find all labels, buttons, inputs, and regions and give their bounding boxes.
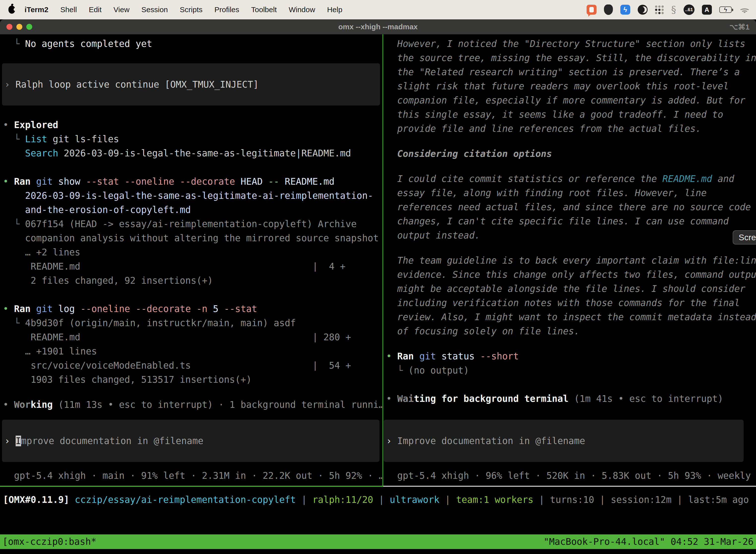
menu-toolbelt[interactable]: Toolbelt: [245, 5, 283, 14]
term-line: └ No agents completed yet: [3, 37, 382, 51]
crescent-app-icon[interactable]: [638, 5, 648, 15]
percent-badge-icon[interactable]: ..61: [684, 4, 694, 15]
command-line: • Ran git log --oneline --decorate -n 5 …: [3, 302, 382, 316]
menu-scripts[interactable]: Scripts: [174, 5, 208, 14]
left-prompt-cluster: › Improve documentation in @filename gpt…: [0, 420, 382, 486]
waiting-status-line: • Waiting for background terminal (1m 41…: [386, 392, 756, 406]
menu-view[interactable]: View: [108, 5, 135, 14]
a-badge-icon[interactable]: A: [702, 5, 712, 15]
term-line: I could cite commit statistics or refere…: [386, 172, 756, 186]
term-line: [386, 136, 756, 147]
screen-record-icon[interactable]: [586, 5, 596, 15]
term-line: [386, 338, 756, 349]
macos-menu-bar: iTerm2 Shell Edit View Session Scripts P…: [0, 0, 756, 19]
prompt-input-box[interactable]: › Improve documentation in @filename: [384, 420, 744, 462]
term-line: companion analysis without altering the …: [3, 231, 382, 245]
screen-share-overlay[interactable]: Scre: [733, 230, 756, 244]
apple-menu-icon[interactable]: [8, 6, 15, 14]
term-line: provide file and line references from th…: [386, 122, 756, 136]
term-line: output instead.: [386, 228, 756, 242]
term-line: [3, 387, 382, 398]
term-line: including verification notes with those …: [386, 296, 756, 310]
left-terminal-pane[interactable]: └ No agents completed yet › Ralph loop a…: [0, 34, 383, 487]
tmux-host-clock: "MacBook-Pro-44.local" 04:52 31-Mar-26: [544, 536, 754, 547]
tmux-status-bar: [omx-cczip0:bash* "MacBook-Pro-44.local"…: [0, 535, 756, 549]
term-line: references need actual files, and since …: [386, 200, 756, 214]
menu-profiles[interactable]: Profiles: [208, 5, 245, 14]
term-line: [386, 161, 756, 172]
term-line: src/voice/voiceModeEnabled.ts | 54 +: [3, 358, 382, 373]
menu-window[interactable]: Window: [283, 5, 321, 14]
menu-shell[interactable]: Shell: [54, 5, 83, 14]
terminal-content: └ No agents completed yet › Ralph loop a…: [0, 34, 756, 554]
term-line: evidence. Since this change only affects…: [386, 268, 756, 282]
omx-status-line: [OMX#0.11.9] cczip/essay/ai-reimplementa…: [3, 493, 756, 507]
term-line: slight risk that future readers may over…: [386, 79, 756, 93]
term-line: [3, 288, 382, 302]
term-line: … +2 lines: [3, 245, 382, 259]
omx-status-strip: [OMX#0.11.9] cczip/essay/ai-reimplementa…: [0, 487, 756, 535]
term-line: changes, I can't cite specific file line…: [386, 214, 756, 228]
command-line: • Ran git status --short: [386, 349, 756, 364]
working-status-line: • Working (11m 13s • esc to interrupt) ·…: [3, 398, 382, 412]
dots-grid-icon[interactable]: [655, 5, 664, 14]
lightning-app-icon[interactable]: ϟ: [620, 5, 630, 15]
window-title-bar: omx --xhigh --madmax ⌥⌘1: [0, 19, 756, 34]
term-line: The team guideline is to back every impo…: [386, 254, 756, 268]
term-line: and-the-erosion-of-copyleft.md: [3, 203, 382, 217]
term-line: of focusing solely on file lines.: [386, 324, 756, 338]
term-line: [3, 160, 382, 174]
term-line: [386, 242, 756, 254]
tmux-session-label[interactable]: [omx-cczip0:bash*: [2, 536, 97, 547]
right-terminal-pane[interactable]: However, I noticed the "Directory Struct…: [383, 34, 756, 487]
term-line: … +1901 lines: [3, 344, 382, 358]
thinking-heading: Considering citation options: [386, 147, 756, 161]
term-line: └ List git ls-files: [3, 132, 382, 146]
explored-header: • Explored: [3, 118, 382, 132]
ralph-loop-box: › Ralph loop active continue [OMX_TMUX_I…: [2, 63, 380, 106]
term-line: └ 067f154 (HEAD -> essay/ai-reimplementa…: [3, 217, 382, 231]
screen-share-label: Scre: [739, 233, 756, 242]
model-status-line: gpt-5.4 xhigh · main · 91% left · 2.31M …: [3, 468, 382, 483]
squiggle-icon[interactable]: §: [671, 4, 676, 15]
term-line: the source tree, missing the essay. Stil…: [386, 51, 756, 65]
term-line: Search 2026-03-09-is-legal-the-same-as-l…: [3, 146, 382, 160]
command-line: • Ran git show --stat --oneline --decora…: [3, 174, 382, 189]
prompt-input-line: › Improve documentation in @filename: [386, 434, 585, 448]
term-line: companion file, especially if more comme…: [386, 93, 756, 107]
shield-grid-icon[interactable]: [604, 4, 613, 15]
term-line: essay file, along with finding root file…: [386, 186, 756, 200]
term-line: However, I noticed the "Directory Struct…: [386, 37, 756, 51]
prompt-input-box[interactable]: › Improve documentation in @filename: [2, 420, 379, 462]
battery-icon[interactable]: ϟ: [719, 6, 732, 13]
term-line: 1903 files changed, 513517 insertions(+): [3, 373, 382, 387]
term-line: review. Also, I might want to inspect th…: [386, 310, 756, 324]
term-line: └ 4b9d30f (origin/main, instructkr/main,…: [3, 316, 382, 330]
term-line: README.md | 280 +: [3, 330, 382, 344]
term-line: 2 files changed, 92 insertions(+): [3, 274, 382, 288]
prompt-input-line: › Improve documentation in @filename: [4, 434, 203, 448]
model-status-line: gpt-5.4 xhigh · 96% left · 520K in · 5.8…: [386, 468, 756, 483]
term-line: └ (no output): [386, 364, 756, 378]
wifi-icon[interactable]: [739, 5, 750, 14]
term-line: [386, 378, 756, 392]
menu-help[interactable]: Help: [321, 5, 349, 14]
menubar-status-icons: ϟ § ..61 A ϟ: [586, 4, 750, 15]
term-line: this single essay, it seems like a good …: [386, 107, 756, 122]
ralph-loop-line: › Ralph loop active continue [OMX_TMUX_I…: [4, 77, 259, 92]
term-line: the "Related research writing" section i…: [386, 65, 756, 79]
window-title: omx --xhigh --madmax: [0, 22, 756, 31]
menu-edit[interactable]: Edit: [83, 5, 108, 14]
menu-iterm2[interactable]: iTerm2: [19, 5, 54, 14]
term-line: README.md | 4 +: [3, 259, 382, 274]
term-line: might be acceptable alongside the file l…: [386, 282, 756, 296]
right-prompt-cluster: › Improve documentation in @filename gpt…: [383, 420, 756, 486]
menu-session[interactable]: Session: [135, 5, 174, 14]
term-line: 2026-03-09-is-legal-the-same-as-legitima…: [3, 189, 382, 203]
